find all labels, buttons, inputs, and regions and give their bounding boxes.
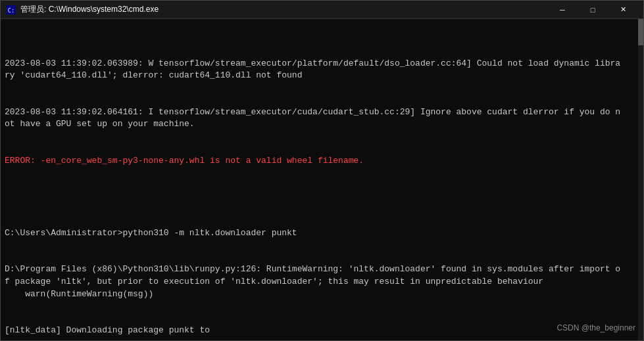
cmd-icon: C:	[6, 5, 16, 15]
close-button[interactable]: ✕	[608, 1, 638, 19]
svg-text:C:: C:	[8, 7, 15, 13]
line-warning: D:\Program Files (x86)\Python310\lib\run…	[5, 263, 639, 301]
line-error: ERROR: -en_core_web_sm-py3-none-any.whl …	[5, 155, 639, 168]
scrollbar-thumb[interactable]	[638, 19, 643, 45]
cmd-window: C: 管理员: C:\Windows\system32\cmd.exe ─ □ …	[0, 0, 644, 341]
window-title: 管理员: C:\Windows\system32\cmd.exe	[20, 4, 547, 15]
line-nltk-1: [nltk_data] Downloading package punkt to	[5, 325, 639, 337]
watermark: CSDN @the_beginner	[557, 323, 635, 334]
title-bar: C: 管理员: C:\Windows\system32\cmd.exe ─ □ …	[1, 1, 643, 19]
terminal-content: 2023-08-03 11:39:02.063989: W tensorflow…	[1, 19, 643, 340]
window-controls: ─ □ ✕	[547, 1, 638, 19]
maximize-button[interactable]: □	[578, 1, 608, 19]
line-blank-1	[5, 191, 639, 204]
line-2: 2023-08-03 11:39:02.064161: I tensorflow…	[5, 106, 639, 131]
line-1: 2023-08-03 11:39:02.063989: W tensorflow…	[5, 58, 639, 83]
scrollbar[interactable]	[638, 19, 643, 340]
line-prompt-1: C:\Users\Administrator>python310 -m nltk…	[5, 227, 639, 240]
minimize-button[interactable]: ─	[547, 1, 578, 19]
